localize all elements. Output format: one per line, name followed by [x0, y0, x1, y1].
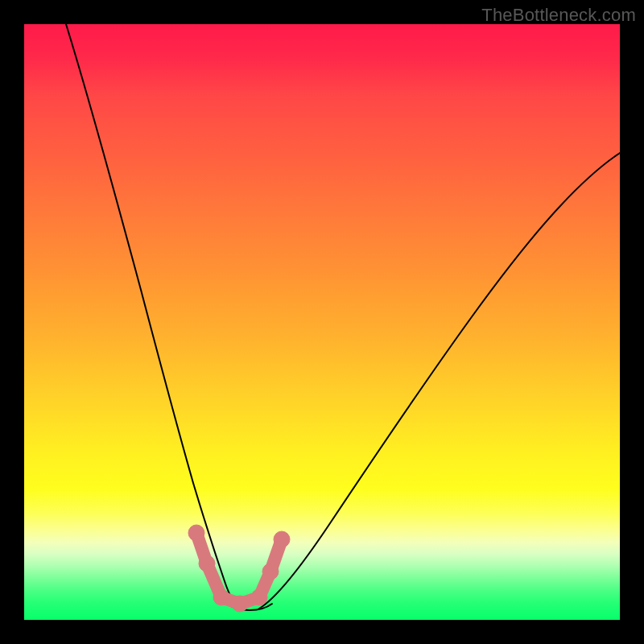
- marker-dot: [262, 564, 279, 580]
- chart-frame: TheBottleneck.com: [0, 0, 644, 644]
- plot-area: [24, 24, 620, 620]
- watermark-text: TheBottleneck.com: [481, 5, 636, 26]
- marker-dot: [213, 589, 229, 605]
- marker-dot: [251, 589, 267, 605]
- marker-dot: [199, 555, 215, 572]
- curve-left-branch: [66, 24, 240, 609]
- marker-dot: [232, 596, 248, 612]
- curve-right-branch: [259, 153, 620, 609]
- curve-layer: [24, 24, 620, 620]
- marker-dot: [188, 525, 204, 541]
- marker-dot: [274, 531, 290, 547]
